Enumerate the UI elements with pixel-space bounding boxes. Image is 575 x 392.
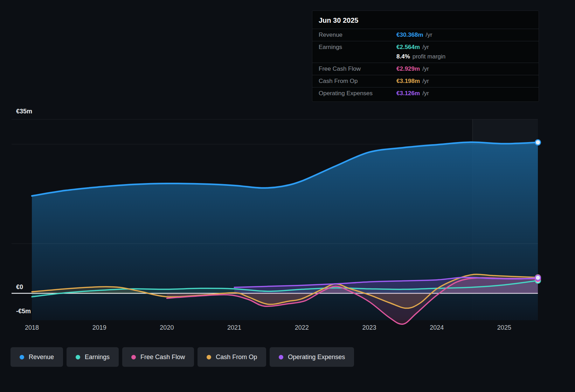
- y-axis-label: -€5m: [16, 308, 31, 315]
- y-axis-label: €35m: [16, 108, 32, 115]
- legend-free-cash-flow[interactable]: Free Cash Flow: [122, 347, 194, 367]
- x-axis-label: 2024: [421, 324, 452, 331]
- tooltip-value-cell: €2.929m/yr: [396, 65, 532, 72]
- x-axis-label: 2020: [151, 324, 182, 331]
- legend-dot: [20, 355, 24, 359]
- x-axis-label: 2021: [219, 324, 250, 331]
- tooltip-value: €3.126m: [396, 90, 420, 97]
- tooltip-value: €30.368m: [396, 31, 423, 38]
- tooltip-value-cell: 8.4%profit margin: [396, 53, 532, 60]
- y-axis-label: €0: [16, 284, 23, 291]
- legend-dot: [279, 355, 283, 359]
- legend-dot: [76, 355, 80, 359]
- x-axis-label: 2018: [16, 324, 48, 331]
- chart-legend: RevenueEarningsFree Cash FlowCash From O…: [11, 347, 354, 367]
- tooltip-label: Earnings: [319, 44, 396, 51]
- tooltip-date: Jun 30 2025: [312, 13, 539, 29]
- legend-label: Operating Expenses: [288, 354, 345, 361]
- tooltip-value-cell: €2.564m/yr: [396, 44, 532, 51]
- tooltip-label: Operating Expenses: [319, 90, 396, 97]
- tooltip-value: 8.4%: [396, 53, 410, 60]
- legend-dot: [131, 355, 136, 359]
- tooltip-unit: /yr: [426, 31, 432, 38]
- tooltip-row-revenue: Revenue€30.368m/yr: [312, 29, 539, 41]
- tooltip-label: Cash From Op: [319, 78, 396, 85]
- tooltip-value: €3.198m: [396, 78, 420, 84]
- legend-cash-from-op[interactable]: Cash From Op: [198, 347, 266, 367]
- tooltip-row-earnings: Earnings€2.564m/yr: [312, 41, 539, 53]
- tooltip-row-cash-from-op: Cash From Op€3.198m/yr: [312, 75, 539, 87]
- legend-revenue[interactable]: Revenue: [11, 347, 63, 367]
- tooltip-value: €2.929m: [396, 65, 420, 72]
- tooltip-unit: /yr: [422, 78, 429, 84]
- legend-operating-expenses[interactable]: Operating Expenses: [270, 347, 354, 367]
- tooltip-value-cell: €3.198m/yr: [396, 78, 532, 85]
- tooltip-value: €2.564m: [396, 44, 420, 50]
- legend-dot: [207, 355, 211, 359]
- tooltip-row-free-cash-flow: Free Cash Flow€2.929m/yr: [312, 63, 539, 75]
- legend-label: Cash From Op: [216, 354, 257, 361]
- tooltip-rows: Revenue€30.368m/yrEarnings€2.564m/yr8.4%…: [312, 29, 539, 99]
- x-axis-label: 2019: [84, 324, 115, 331]
- x-axis-label: 2022: [286, 324, 318, 331]
- x-axis-label: 2023: [354, 324, 385, 331]
- tooltip-value-cell: €3.126m/yr: [396, 90, 532, 97]
- legend-earnings[interactable]: Earnings: [67, 347, 119, 367]
- x-axis-label: 2025: [489, 324, 520, 331]
- legend-label: Revenue: [29, 354, 54, 361]
- tooltip-unit: /yr: [422, 90, 429, 97]
- chart-tooltip: Jun 30 2025 Revenue€30.368m/yrEarnings€2…: [312, 10, 539, 102]
- tooltip-unit: profit margin: [413, 53, 445, 60]
- tooltip-row-operating-expenses: Operating Expenses€3.126m/yr: [312, 87, 539, 99]
- tooltip-row-profit-margin: 8.4%profit margin: [312, 53, 539, 63]
- legend-label: Earnings: [85, 354, 110, 361]
- legend-label: Free Cash Flow: [140, 354, 185, 361]
- tooltip-unit: /yr: [422, 65, 429, 72]
- tooltip-label: Revenue: [319, 31, 396, 38]
- tooltip-unit: /yr: [422, 44, 429, 50]
- tooltip-value-cell: €30.368m/yr: [396, 31, 532, 38]
- tooltip-label: Free Cash Flow: [319, 65, 396, 72]
